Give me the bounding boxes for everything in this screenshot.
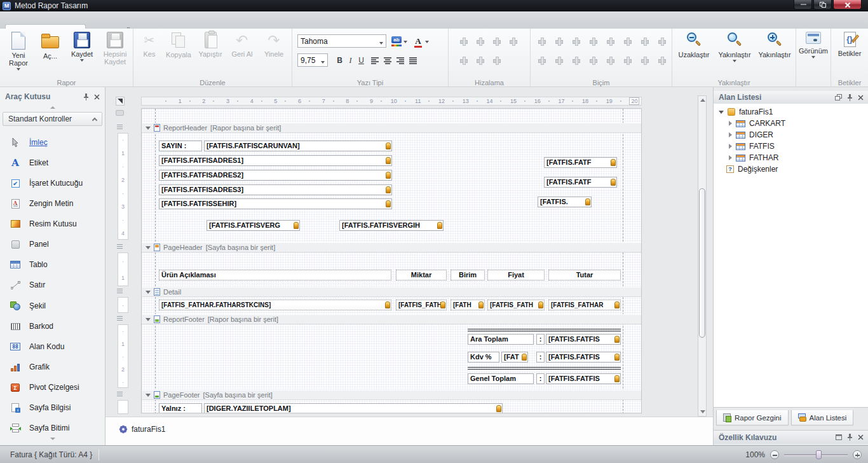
remove-h-spacing-icon[interactable]: [657, 37, 667, 45]
toolbox-item-barcode[interactable]: Barkod: [0, 319, 105, 333]
field-detail-total[interactable]: [FATFIS_FATHAR: [548, 300, 621, 310]
label-sayin[interactable]: SAYIN :: [159, 141, 202, 151]
center-vertically-icon[interactable]: [623, 56, 632, 64]
title-bar[interactable]: M Metod Rapor Tasarım: [0, 0, 868, 11]
field-right-1[interactable]: [FATFIS.FATF: [544, 157, 617, 168]
close-icon[interactable]: [858, 95, 864, 100]
field-kdv-value[interactable]: [FATFIS.FATFIS: [546, 352, 621, 363]
align-lefts-icon[interactable]: [475, 37, 485, 45]
tray-item-datasource[interactable]: faturaFis1: [119, 425, 165, 434]
scripts-button[interactable]: {} Betikler: [833, 31, 866, 57]
toolbox-scroll-up[interactable]: [0, 105, 105, 110]
field-ara-toplam-value[interactable]: [FATFIS.FATFIS: [546, 334, 621, 345]
toolbox-item-pivotgrid[interactable]: Σ Pivot Çizelgesi: [0, 380, 105, 394]
pin-icon[interactable]: [847, 94, 853, 101]
zoom-in-button[interactable]: [853, 450, 862, 459]
field-kdv-rate[interactable]: [FAT: [501, 352, 528, 363]
decrease-h-spacing-icon[interactable]: [640, 37, 649, 45]
ruler-corner-button[interactable]: [116, 97, 125, 106]
save-all-button[interactable]: Hepsini Kaydet: [98, 31, 132, 66]
field-genel-toplam-value[interactable]: [FATFIS.FATFIS: [546, 373, 621, 384]
band-handle-detail[interactable]: [116, 287, 124, 295]
increase-h-spacing-icon[interactable]: [623, 37, 632, 45]
column-header-price[interactable]: Fiyat: [487, 270, 545, 280]
field-fatharstkcins[interactable]: [FATFIS_FATHAR.FATHARSTKCINS]: [159, 300, 391, 310]
underline-button[interactable]: U: [356, 55, 367, 66]
center-horizontally-icon[interactable]: [606, 56, 615, 64]
remove-v-spacing-icon[interactable]: [588, 56, 598, 64]
tree-item-diger[interactable]: DIGER: [714, 129, 868, 141]
save-button[interactable]: Kaydet: [66, 31, 98, 62]
font-name-combobox[interactable]: Tahoma: [297, 34, 386, 48]
label-yalniz[interactable]: Yalnız :: [159, 403, 202, 413]
column-header-quantity[interactable]: Miktar: [396, 270, 447, 280]
bold-button[interactable]: B: [334, 55, 345, 66]
zoom-out-button[interactable]: [770, 450, 779, 459]
toolbox-scroll-down[interactable]: [0, 436, 105, 441]
report-page[interactable]: ReportHeader [Rapor başına bir şerit] SA…: [141, 108, 642, 413]
scroll-down-icon[interactable]: [700, 410, 705, 413]
field-detail-unit[interactable]: [FATH: [451, 300, 485, 310]
field-fatfisvergih[interactable]: [FATFIS.FATFISVERGIH: [339, 220, 444, 231]
maximize-icon[interactable]: [836, 434, 842, 440]
justify-button[interactable]: [409, 57, 417, 64]
highlight-dropdown-icon[interactable]: [403, 41, 407, 43]
align-centers-icon[interactable]: [492, 37, 501, 45]
band-header-detail[interactable]: Detail: [142, 287, 641, 297]
label-kdv[interactable]: Kdv %: [468, 352, 499, 363]
restore-button[interactable]: [813, 0, 832, 10]
tab-report-explorer[interactable]: Rapor Gezgini: [716, 410, 789, 425]
float-icon[interactable]: [835, 94, 842, 100]
label-colon[interactable]: :: [536, 334, 545, 345]
zoom-in-button[interactable]: Yakınlaştır: [755, 31, 794, 59]
scroll-up-icon[interactable]: [700, 99, 705, 102]
toolbox-item-label[interactable]: A Etiket: [0, 156, 105, 170]
toolbox-item-line[interactable]: Satır: [0, 278, 105, 292]
expanded-icon[interactable]: [719, 111, 724, 114]
same-size-icon[interactable]: [588, 37, 598, 45]
band-collapse-icon[interactable]: [146, 246, 151, 249]
align-left-button[interactable]: [371, 57, 379, 64]
toolbox-item-pointer[interactable]: İmleç: [0, 135, 105, 149]
new-report-button[interactable]: Yeni Rapor: [3, 31, 34, 71]
field-fatfissehir[interactable]: [FATFIS.FATFISSEHIR]: [159, 198, 392, 209]
band-collapse-icon[interactable]: [146, 318, 151, 321]
font-size-combobox[interactable]: 9,75: [297, 53, 328, 67]
label-ara-toplam[interactable]: Ara Toplam: [468, 334, 534, 345]
band-handle-report-footer[interactable]: [116, 314, 124, 322]
tree-item-fatfis[interactable]: FATFIS: [714, 141, 868, 152]
field-detail-quantity[interactable]: [FATFIS_FATH: [396, 300, 447, 310]
tree-item-fathar[interactable]: FATHAR: [714, 152, 868, 163]
field-fatfisverg[interactable]: [FATFIS.FATFISVERG: [207, 220, 300, 231]
band-header-report-footer[interactable]: ReportFooter [Rapor başına bir şerit]: [142, 314, 641, 324]
send-to-back-icon[interactable]: [657, 56, 667, 64]
italic-button[interactable]: I: [345, 55, 356, 66]
toolbox-item-chart[interactable]: Grafik: [0, 360, 105, 374]
label-colon[interactable]: :: [536, 352, 545, 363]
band-header-report-header[interactable]: ReportHeader [Rapor başına bir şerit]: [142, 123, 641, 133]
band-handle-page-header[interactable]: [116, 242, 124, 251]
band-header-page-footer[interactable]: PageFooter [Sayfa başına bir şerit]: [142, 390, 641, 400]
align-center-button[interactable]: [384, 57, 392, 64]
field-detail-price[interactable]: [FATFIS_FATH: [487, 300, 545, 310]
close-icon[interactable]: [858, 434, 864, 440]
field-fatfisadres2[interactable]: [FATFIS.FATFISADRES2]: [159, 170, 392, 181]
undo-button[interactable]: ↶ Geri Al: [226, 31, 258, 58]
band-collapse-icon[interactable]: [146, 127, 151, 130]
toolbox-section-header[interactable]: Standart Kontroller: [3, 112, 102, 126]
field-right-2[interactable]: [FATFIS.FATF: [544, 177, 617, 188]
field-fatfiscarunvan[interactable]: [FATFIS.FATFISCARUNVAN]: [204, 141, 392, 151]
zoom-slider[interactable]: [784, 450, 848, 459]
tree-item-variables[interactable]: ? Değişkenler: [714, 163, 868, 175]
vertical-scrollbar[interactable]: [698, 95, 707, 417]
toolbox-item-panel[interactable]: Panel: [0, 237, 105, 251]
align-to-grid-icon[interactable]: [459, 37, 468, 45]
size-to-grid-icon[interactable]: [537, 37, 546, 45]
pin-icon[interactable]: [83, 93, 89, 100]
band-handle-page-footer[interactable]: [116, 390, 124, 398]
open-button[interactable]: Aç...: [34, 31, 66, 60]
toolbox-item-fieldcode[interactable]: 88 Alan Kodu: [0, 340, 105, 354]
zoom-out-button[interactable]: Uzaklaştır: [674, 31, 714, 59]
tree-item-datasource[interactable]: faturaFis1: [714, 106, 868, 118]
paste-button[interactable]: Yapıştır: [194, 31, 226, 58]
